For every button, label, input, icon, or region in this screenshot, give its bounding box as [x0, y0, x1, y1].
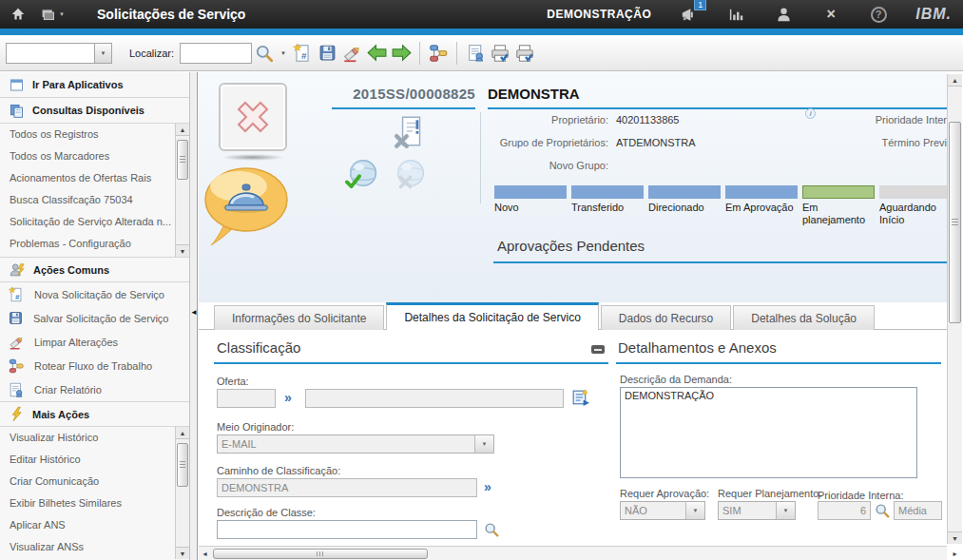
tab-requester-info[interactable]: Informações do Solicitante	[214, 305, 384, 330]
clear-changes-icon[interactable]	[339, 41, 364, 66]
previous-record-icon[interactable]	[364, 41, 389, 66]
status-segment: Em planejamento	[802, 185, 875, 226]
person-bolt-icon	[9, 261, 26, 279]
offer-chevron-icon[interactable]: »	[284, 390, 292, 405]
sidebar-section-common-actions[interactable]: Ações Comuns	[0, 257, 189, 282]
help-icon[interactable]: ?	[868, 5, 889, 24]
new-record-icon[interactable]	[290, 41, 315, 66]
demand-description-textarea[interactable]: DEMONSTRAÇÃO	[620, 387, 917, 478]
scroll-up-icon[interactable]: ▲	[948, 74, 962, 87]
action-route-workflow[interactable]: Rotear Fluxo de Trabalho	[0, 354, 189, 377]
scroll-down-icon[interactable]: ▼	[948, 531, 962, 544]
search-icon[interactable]	[252, 41, 277, 66]
query-item[interactable]: Acionamentos de Ofertas Rais	[0, 167, 174, 189]
sidebar-section-go-to[interactable]: Ir Para Aplicativos	[0, 72, 189, 98]
globe-check-icon[interactable]	[348, 158, 378, 192]
collapse-section-icon[interactable]	[591, 345, 605, 354]
globe-x-icon[interactable]	[395, 158, 426, 192]
more-action-item[interactable]: Criar Comunicação	[0, 471, 174, 492]
more-action-item[interactable]: Exibir Bilhetes Similares	[0, 492, 174, 514]
action-new-service-request[interactable]: Nova Solicitação de Serviço	[0, 282, 189, 306]
class-description-label: Descrição de Classe:	[217, 507, 316, 518]
saved-query-combobox[interactable]: ▼	[6, 43, 112, 64]
saved-query-caret-icon[interactable]: ▼	[94, 44, 111, 63]
action-save-service-request[interactable]: Salvar Solicitação de Serviço	[0, 306, 189, 330]
more-actions-scrollbar[interactable]: ▲ ▼	[175, 427, 189, 559]
classification-path-input[interactable]	[217, 478, 477, 497]
print-with-attachments-icon[interactable]	[512, 41, 537, 66]
tab-request-details[interactable]: Detalhes da Solicitação de Servico	[386, 302, 598, 330]
requires-planning-value: SIM	[719, 502, 776, 519]
select-value-icon[interactable]	[874, 502, 891, 521]
tab-resource-data[interactable]: Dados do Recurso	[601, 305, 731, 330]
info-icon[interactable]: i	[805, 108, 816, 119]
main-horizontal-scrollbar[interactable]: ◄	[199, 546, 947, 560]
more-action-item[interactable]: Editar Histórico	[0, 449, 174, 471]
run-reports-icon[interactable]	[463, 41, 488, 66]
origin-select[interactable]: E-MAIL ▼	[217, 434, 494, 454]
select-value-icon[interactable]	[483, 521, 500, 540]
query-item[interactable]: Todos os Marcadores	[0, 145, 174, 167]
find-input[interactable]	[180, 43, 252, 64]
scroll-up-icon[interactable]: ▲	[176, 427, 189, 439]
icon-shadow	[221, 154, 284, 161]
sidebar-splitter[interactable]: ◄	[189, 72, 198, 560]
next-record-icon[interactable]	[389, 41, 414, 66]
user-label[interactable]: DEMONSTRAÇÃO	[547, 8, 651, 21]
scroll-down-icon[interactable]: ▼	[176, 547, 189, 559]
sign-out-icon[interactable]: ×	[820, 5, 841, 24]
main-vertical-scrollbar[interactable]: ▲ ▼	[947, 74, 962, 544]
internal-priority-input[interactable]	[818, 501, 871, 520]
scroll-up-icon[interactable]: ▲	[176, 124, 189, 136]
route-workflow-icon[interactable]	[426, 41, 451, 66]
class-description-input[interactable]	[217, 520, 477, 539]
query-item[interactable]: Todos os Registros	[0, 124, 174, 145]
action-create-report[interactable]: Criar Relatório	[0, 377, 189, 401]
query-item[interactable]: Busca Classifcação 75034	[0, 189, 174, 211]
caret-down-icon[interactable]: ▼	[776, 502, 795, 519]
print-icon[interactable]	[488, 41, 512, 66]
scroll-left-icon[interactable]: ◄	[199, 548, 211, 560]
save-icon[interactable]	[315, 41, 339, 66]
scrollbar-thumb[interactable]	[949, 122, 961, 323]
action-label: Limpar Alterações	[34, 337, 118, 348]
collapse-sidebar-icon[interactable]: ◄	[190, 308, 198, 317]
tab-solution-details[interactable]: Detalhes da Solução	[733, 305, 875, 330]
search-options-caret-icon[interactable]: ▼	[280, 50, 286, 56]
announcements-icon[interactable]: 1	[678, 5, 699, 24]
caret-down-icon[interactable]: ▼	[474, 435, 493, 453]
detail-menu-icon[interactable]	[570, 388, 590, 410]
more-action-item[interactable]: Visualizar Histórico	[0, 427, 174, 449]
document-x-icon[interactable]	[393, 114, 429, 154]
scrollbar-thumb[interactable]	[177, 443, 188, 487]
queries-scrollbar[interactable]: ▲ ▼	[175, 124, 189, 257]
query-item[interactable]: Solicitação de Serviço Alterada n...	[0, 211, 174, 233]
offer-code-input[interactable]	[217, 389, 276, 408]
internal-priority-description-input[interactable]	[894, 501, 942, 520]
profile-icon[interactable]	[773, 5, 794, 24]
offer-description-input[interactable]	[305, 389, 564, 408]
more-action-item[interactable]: Aplicar ANS	[0, 514, 174, 536]
scroll-down-icon[interactable]: ▼	[176, 244, 189, 257]
path-chevron-icon[interactable]: »	[484, 479, 491, 494]
action-label: Salvar Solicitação de Serviço	[33, 313, 168, 324]
tab-content: Classificação Oferta: » Meio Originador:…	[199, 329, 947, 546]
action-clear-changes[interactable]: Limpar Alterações	[0, 330, 189, 354]
reports-icon[interactable]	[725, 5, 746, 24]
more-action-item[interactable]: Visualizar ANSs	[0, 536, 174, 558]
scrollbar-thumb[interactable]	[213, 549, 428, 559]
home-icon[interactable]	[8, 5, 29, 24]
scrollbar-thumb[interactable]	[177, 140, 188, 180]
requires-approval-select[interactable]: NÃO ▼	[620, 501, 705, 520]
toolbar-separator	[419, 42, 420, 65]
status-label: Em planejamento	[802, 202, 875, 226]
sidebar-section-queries[interactable]: Consultas Disponíveis	[0, 98, 189, 124]
saved-query-input[interactable]	[7, 44, 94, 63]
applications-menu-icon[interactable]: ▼	[38, 5, 67, 24]
caret-down-icon[interactable]: ▼	[685, 502, 704, 519]
sidebar-section-more-actions[interactable]: Mais Ações	[0, 401, 189, 427]
scroll-corner-arrow-icon[interactable]: ▸	[947, 547, 963, 560]
classification-title: Classificação	[217, 339, 300, 356]
requires-planning-select[interactable]: SIM ▼	[718, 501, 796, 520]
query-item[interactable]: Problemas - Configuração	[0, 233, 174, 255]
